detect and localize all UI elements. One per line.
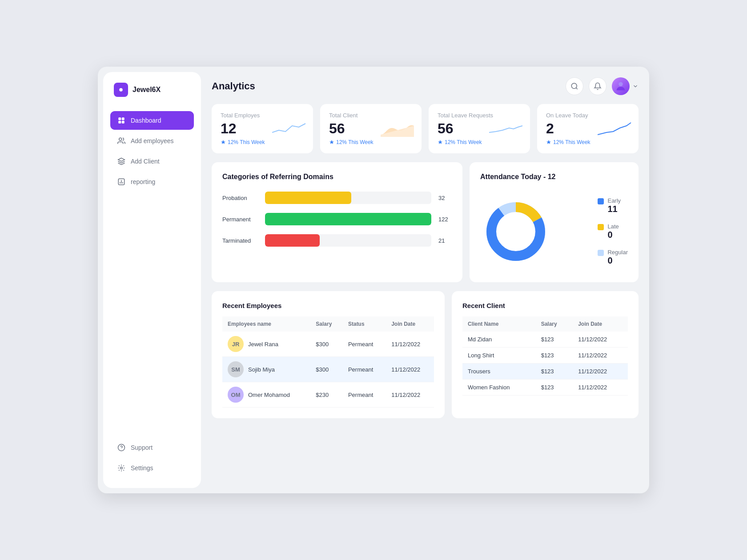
- stat-card-leave-requests: Total Leave Requests 56 12% This Week: [429, 104, 530, 153]
- employee-name-cell: JR Jewel Rana: [222, 332, 310, 357]
- legend-dot-regular: [598, 250, 604, 256]
- attendance-card: Attendance Today - 12: [470, 162, 639, 282]
- recent-clients-title: Recent Client: [462, 302, 628, 309]
- bar-chart: Probation 32 Permanent 122: [222, 192, 452, 247]
- stat-card-on-leave-today: On Leave Today 2 12% This Week: [537, 104, 639, 153]
- user-avatar-button[interactable]: [612, 77, 639, 95]
- svg-point-9: [571, 83, 577, 88]
- client-name-1: Md Zidan: [462, 332, 536, 348]
- search-button[interactable]: [566, 77, 583, 95]
- recent-clients-card: Recent Client Client Name Salary Join Da…: [452, 291, 639, 418]
- client-join-4: 11/12/2022: [573, 380, 628, 396]
- stat-trend-leave: 12% This Week: [438, 139, 521, 145]
- legend-item-late: Late 0: [598, 223, 628, 240]
- stat-trend-employees: 12% This Week: [221, 139, 304, 145]
- employee-salary-1: $300: [310, 332, 343, 357]
- table-row: Md Zidan $123 11/12/2022: [462, 332, 628, 348]
- stat-label-on-leave: On Leave Today: [546, 112, 630, 119]
- sidebar-item-settings[interactable]: Settings: [110, 459, 194, 477]
- employee-status-3: Permeant: [343, 382, 386, 408]
- stat-trend-client: 12% This Week: [329, 139, 413, 145]
- col-header-client-join: Join Date: [573, 316, 628, 332]
- bar-track-permanent: [265, 213, 431, 225]
- bar-count-permanent: 122: [438, 216, 452, 223]
- bar-track-probation: [265, 192, 431, 204]
- sidebar: Jewel6X Dashboard Add employees Add Clie…: [103, 72, 201, 488]
- sidebar-bottom: Support Settings: [110, 438, 194, 477]
- client-join-3: 11/12/2022: [573, 364, 628, 380]
- legend-data-regular: Regular 0: [607, 249, 628, 266]
- client-join-2: 11/12/2022: [573, 348, 628, 364]
- client-salary-4: $123: [536, 380, 573, 396]
- sidebar-item-dashboard-label: Dashboard: [131, 117, 161, 124]
- page-title: Analytics: [212, 80, 255, 92]
- bar-label-terminated: Tarminated: [222, 237, 258, 244]
- client-name-4: Women Fashion: [462, 380, 536, 396]
- emp-cell-2: SM Sojib Miya: [228, 361, 305, 377]
- stat-trend-on-leave: 12% This Week: [546, 139, 630, 145]
- sidebar-item-settings-label: Settings: [131, 464, 153, 472]
- table-row: JR Jewel Rana $300 Permeant 11/12/2022: [222, 332, 434, 357]
- header-actions: [566, 77, 639, 95]
- svg-point-5: [119, 138, 122, 140]
- bar-label-probation: Probation: [222, 195, 258, 201]
- table-row: Women Fashion $123 11/12/2022: [462, 380, 628, 396]
- bar-label-permanent: Permanent: [222, 216, 258, 223]
- sidebar-item-dashboard[interactable]: Dashboard: [110, 111, 194, 130]
- table-row: Trousers $123 11/12/2022: [462, 364, 628, 380]
- sidebar-item-reporting-label: reporting: [131, 178, 155, 185]
- donut-chart: [480, 196, 551, 267]
- col-header-name: Employees name: [222, 316, 310, 332]
- categories-title: Categories of Referring Domains: [222, 173, 452, 181]
- chevron-down-icon: [632, 83, 639, 89]
- sidebar-item-add-client[interactable]: Add Client: [110, 152, 194, 171]
- sidebar-item-add-client-label: Add Client: [131, 158, 160, 165]
- stat-chart-client: [381, 119, 416, 139]
- legend-data-early: Early 11: [607, 197, 621, 214]
- sidebar-item-support[interactable]: Support: [110, 438, 194, 457]
- bottom-row: Recent Employees Employees name Salary S…: [212, 291, 639, 418]
- clients-table: Client Name Salary Join Date Md Zidan $1…: [462, 316, 628, 396]
- recent-employees-card: Recent Employees Employees name Salary S…: [212, 291, 445, 418]
- sidebar-item-reporting[interactable]: reporting: [110, 172, 194, 191]
- avatar: [612, 77, 630, 95]
- svg-point-8: [120, 467, 123, 469]
- bar-fill-probation: [265, 192, 351, 204]
- sidebar-item-add-employees-label: Add employees: [131, 137, 174, 144]
- legend-data-late: Late 0: [607, 223, 618, 240]
- stat-label-client: Total Client: [329, 112, 413, 119]
- sidebar-item-add-employees[interactable]: Add employees: [110, 132, 194, 150]
- legend: Early 11 Late 0: [598, 197, 628, 266]
- search-icon: [570, 82, 578, 90]
- legend-item-regular: Regular 0: [598, 249, 628, 266]
- employee-salary-3: $230: [310, 382, 343, 408]
- nav-items: Dashboard Add employees Add Client repor…: [110, 111, 194, 438]
- employee-avatar-3: OM: [228, 387, 244, 403]
- legend-dot-late: [598, 224, 604, 230]
- client-join-1: 11/12/2022: [573, 332, 628, 348]
- employee-avatar-2: SM: [228, 361, 244, 377]
- header: Analytics: [212, 77, 639, 95]
- trend-up-icon-2: [329, 140, 334, 145]
- recent-employees-title: Recent Employees: [222, 302, 434, 309]
- trend-up-icon-3: [438, 140, 443, 145]
- legend-label-early: Early: [607, 197, 621, 204]
- svg-rect-2: [122, 117, 124, 120]
- attendance-title: Attendance Today - 12: [480, 173, 628, 181]
- col-header-client-salary: Salary: [536, 316, 573, 332]
- table-row: SM Sojib Miya $300 Permeant 11/12/2022: [222, 357, 434, 382]
- notification-button[interactable]: [589, 77, 606, 95]
- legend-value-regular: 0: [607, 256, 628, 266]
- employees-table: Employees name Salary Status Join Date J…: [222, 316, 434, 408]
- employee-join-3: 11/12/2022: [386, 382, 434, 408]
- emp-cell-3: OM Omer Mohamod: [228, 387, 305, 403]
- client-salary-3: $123: [536, 364, 573, 380]
- svg-point-0: [119, 88, 123, 92]
- employee-salary-2: $300: [310, 357, 343, 382]
- legend-label-regular: Regular: [607, 249, 628, 256]
- legend-dot-early: [598, 198, 604, 204]
- bar-row-terminated: Tarminated 21: [222, 234, 452, 247]
- bell-icon: [594, 82, 602, 90]
- employee-status-2: Permeant: [343, 357, 386, 382]
- legend-value-early: 11: [607, 204, 621, 214]
